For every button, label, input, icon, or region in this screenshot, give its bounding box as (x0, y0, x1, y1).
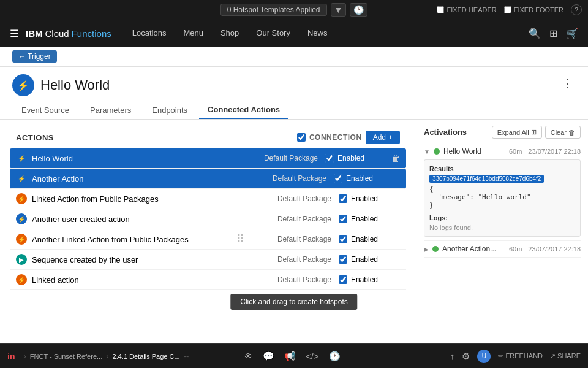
action-name-linked-action: Linked action (32, 275, 277, 285)
clear-icon: 🗑 (568, 129, 575, 136)
action-checkbox-linked-action[interactable] (339, 275, 347, 284)
activation-date-hello-world: 23/07/2017 22:18 (528, 148, 581, 155)
action-icon-linked-action: ⚡ (16, 274, 27, 285)
expand-all-button[interactable]: Expand All ⊞ (492, 126, 542, 139)
action-row-linked-public[interactable]: ⚡ Linked Action from Public Packages Def… (10, 189, 406, 209)
action-package-user-created: Default Package (277, 215, 339, 223)
help-button[interactable]: ? (571, 4, 582, 15)
tab-parameters[interactable]: Parameters (81, 101, 140, 119)
speech-icon[interactable]: 📢 (284, 351, 296, 362)
action-enabled-another-linked: Enabled (351, 235, 378, 243)
activation-item-hello-world: ▼ Hello World 60m 23/07/2017 22:18 Resul… (424, 144, 581, 241)
action-name-hello-world: Hello World (32, 154, 264, 163)
clear-button[interactable]: Clear 🗑 (545, 126, 581, 139)
connection-column-header: CONNECTION (309, 133, 362, 142)
cart-icon[interactable]: 🛒 (566, 28, 578, 39)
bottom-dash: -- (184, 351, 189, 361)
action-connection-another-action: Enabled (334, 174, 395, 183)
history-icon[interactable]: 🕐 (350, 3, 368, 17)
connection-checkbox[interactable] (297, 133, 306, 142)
action-package-another-linked: Default Package (277, 235, 339, 243)
more-options-button[interactable]: ⋮ (560, 74, 576, 93)
action-enabled-sequence: Enabled (351, 255, 378, 264)
action-checkbox-another-action[interactable] (334, 174, 342, 183)
clock-icon[interactable]: 🕐 (329, 351, 341, 362)
comment-icon[interactable]: 💬 (263, 351, 274, 362)
action-icon-linked-public: ⚡ (16, 193, 27, 204)
activation-hash[interactable]: 3307b094e71f64d13bdd5082ce7d6b4f2 (429, 175, 544, 183)
fixed-footer-label[interactable]: FIXED FOOTER (504, 6, 564, 13)
action-row-hello-world[interactable]: ⚡ Hello World Default Package Enabled 🗑 (10, 148, 406, 169)
nav-link-locations[interactable]: Locations (124, 20, 175, 47)
action-checkbox-hello-world[interactable] (325, 154, 334, 163)
tab-endpoints[interactable]: Endpoints (143, 101, 197, 119)
nav-link-shop[interactable]: Shop (212, 20, 247, 47)
tab-connected-actions[interactable]: Connected Actions (199, 101, 288, 119)
chevron-down-icon: ▼ (424, 148, 430, 155)
action-icon-user-created: ⚡ (16, 213, 27, 224)
action-row-another-linked[interactable]: ⚡ Another Linked Action from Public Pack… (10, 229, 406, 250)
activation-row-hello-world[interactable]: ▼ Hello World 60m 23/07/2017 22:18 (424, 147, 581, 156)
right-panel: Activations Expand All ⊞ Clear 🗑 ▼ (417, 120, 588, 343)
freehand-button[interactable]: ✏ FREEHAND (498, 352, 543, 360)
activations-buttons: Expand All ⊞ Clear 🗑 (492, 126, 581, 139)
bottom-separator-2: › (106, 351, 108, 361)
fixed-footer-checkbox[interactable] (504, 6, 511, 13)
brand-functions: Functions (72, 28, 111, 39)
page-header-left: ⚡ Hello World (12, 74, 110, 96)
action-connection-linked-action: Enabled (339, 275, 400, 284)
hotspot-templates-button[interactable]: 0 Hotspot Templates Applied (221, 4, 327, 16)
eye-icon[interactable]: 👁 (244, 351, 253, 361)
search-icon[interactable]: 🔍 (529, 28, 541, 39)
activation-date-another-action: 23/07/2017 22:18 (528, 245, 581, 253)
top-bar-center: 0 Hotspot Templates Applied ▼ 🕐 (221, 3, 368, 17)
action-row-linked-action[interactable]: ⚡ Linked action Default Package Enabled (10, 270, 406, 290)
tab-event-source[interactable]: Event Source (12, 101, 78, 119)
breadcrumb-bar: ← Trigger (0, 47, 588, 67)
action-row-user-created[interactable]: ⚡ Another user created action Default Pa… (10, 209, 406, 229)
actions-column-header: Actions (16, 133, 54, 142)
action-checkbox-another-linked[interactable] (339, 235, 347, 243)
connection-header: CONNECTION Add + (297, 131, 400, 144)
action-name-sequence: Sequence created by the user (32, 255, 277, 264)
nav-link-ourstory[interactable]: Our Story (247, 20, 299, 47)
nav-right: 🔍 ⊞ 🛒 (529, 28, 578, 39)
action-checkbox-sequence[interactable] (339, 255, 347, 264)
action-enabled-another-action: Enabled (346, 174, 373, 183)
user-icon[interactable]: U (477, 350, 491, 363)
brand-cloud: Cloud (45, 28, 69, 39)
activation-name-another-action: Another Action... (442, 245, 505, 253)
bottom-separator-1: › (23, 351, 26, 361)
bottom-project-name[interactable]: FNCT - Sunset Refere... (30, 353, 102, 360)
action-row-another-action[interactable]: ⚡ Another Action Default Package Enabled (10, 169, 406, 189)
activation-row-another-action[interactable]: ▶ Another Action... 60m 23/07/2017 22:18 (424, 245, 581, 253)
action-enabled-hello-world: Enabled (337, 154, 364, 163)
action-connection-sequence: Enabled (339, 255, 400, 264)
action-icon-hello-world: ⚡ (16, 153, 27, 164)
trigger-button[interactable]: ← Trigger (12, 50, 57, 63)
page-title: Hello World (40, 77, 110, 93)
nav-link-menu[interactable]: Menu (175, 20, 212, 47)
action-icon-another-action: ⚡ (16, 173, 27, 184)
fixed-header-label[interactable]: FIXED HEADER (437, 6, 496, 13)
dropdown-icon[interactable]: ▼ (331, 3, 347, 17)
fixed-header-checkbox[interactable] (437, 6, 444, 13)
activation-name-hello-world: Hello World (443, 147, 505, 156)
upload-icon[interactable]: ↑ (450, 351, 455, 361)
invision-logo: in (7, 351, 15, 361)
bottom-page-name[interactable]: 2.4.1 Details Page C... (113, 353, 180, 360)
action-row-sequence[interactable]: ▶ Sequence created by the user Default P… (10, 250, 406, 270)
nav-link-news[interactable]: News (299, 20, 336, 47)
action-checkbox-user-created[interactable] (339, 215, 347, 223)
panel-drag-handle[interactable]: ⠿ (236, 232, 244, 245)
nav-menu-icon[interactable]: ☰ (10, 28, 18, 39)
logs-label: Logs: (429, 214, 575, 221)
settings-icon[interactable]: ⚙ (462, 351, 470, 362)
grid-icon[interactable]: ⊞ (549, 28, 557, 39)
code-icon[interactable]: </> (306, 351, 319, 361)
add-button[interactable]: Add + (366, 131, 400, 144)
action-checkbox-linked-public[interactable] (339, 194, 347, 203)
delete-hello-world-icon[interactable]: 🗑 (391, 153, 400, 163)
action-enabled-linked-action: Enabled (351, 275, 378, 284)
share-button[interactable]: ↗ SHARE (550, 352, 581, 360)
